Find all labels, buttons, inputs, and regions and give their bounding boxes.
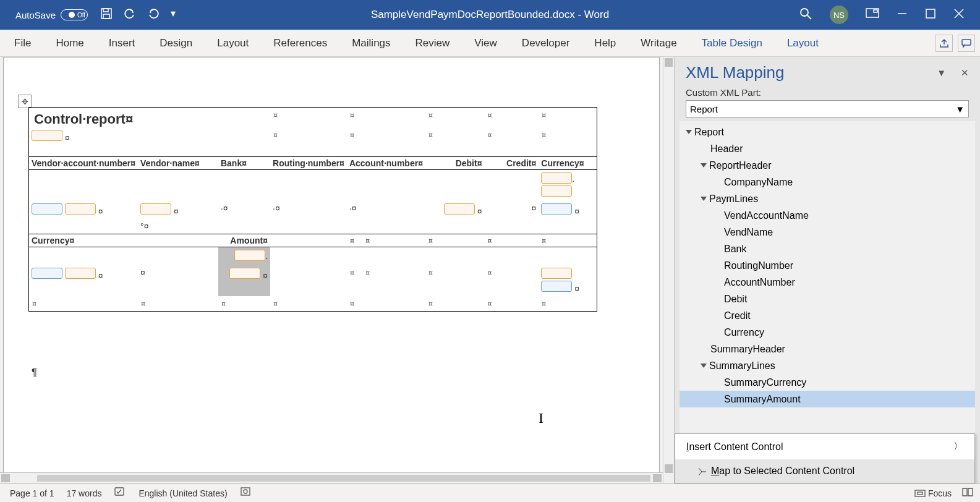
col-debit: Debit¤	[425, 156, 485, 170]
status-page[interactable]: Page 1 of 1	[10, 488, 54, 498]
report-table: Control·report¤ ¤¤¤¤¤ ¤¤¤¤¤¤ Vendor·acco…	[28, 107, 597, 312]
tab-home[interactable]: Home	[53, 31, 87, 56]
col-credit: Credit¤	[484, 156, 539, 170]
submenu-arrow-icon: 〉	[953, 440, 963, 453]
maximize-icon[interactable]	[925, 8, 936, 22]
svg-point-3	[801, 9, 808, 16]
status-language[interactable]: English (United States)	[138, 488, 227, 498]
status-bar: Page 1 of 1 17 words English (United Sta…	[0, 483, 980, 502]
table-move-handle[interactable]: ✥	[18, 95, 32, 108]
tree-reportheader[interactable]: ReportHeader	[709, 160, 772, 171]
tree-companyname[interactable]: CompanyName	[724, 177, 793, 188]
tree-summaryamount[interactable]: SummaryAmount	[724, 394, 801, 405]
autosave-control[interactable]: AutoSave Off	[15, 9, 88, 20]
col-currency-2: Currency¤	[29, 234, 138, 247]
tab-design[interactable]: Design	[156, 31, 195, 56]
tab-developer[interactable]: Developer	[519, 31, 573, 56]
share-icon[interactable]	[935, 35, 953, 52]
document-area[interactable]: ✥ Control·report¤ ¤¤¤¤¤ ¤¤¤¤¤¤ Vendor·ac…	[0, 57, 663, 483]
col-vendor-name: Vendor·name¤	[138, 156, 218, 170]
text-cursor: I	[539, 410, 543, 427]
ribbon: File Home Insert Design Layout Reference…	[0, 30, 980, 57]
dropdown-selected: Report	[690, 104, 718, 114]
report-title: Control·report¤	[29, 108, 218, 127]
col-routing: Routing·number¤	[270, 156, 347, 170]
tab-ctx-layout[interactable]: Layout	[784, 31, 822, 56]
tree-currency[interactable]: Currency	[724, 327, 764, 338]
pane-title: XML Mapping	[686, 63, 784, 82]
read-mode-icon[interactable]	[961, 487, 974, 499]
undo-icon[interactable]	[124, 7, 136, 22]
xml-tree[interactable]: Report Header ReportHeader CompanyName P…	[680, 121, 975, 435]
customize-qat-icon[interactable]: ▾	[171, 7, 176, 22]
svg-rect-1	[103, 9, 108, 12]
col-bank: Bank¤	[218, 156, 270, 170]
tab-layout[interactable]: Layout	[214, 31, 252, 56]
minimize-icon[interactable]	[897, 8, 908, 22]
svg-line-4	[807, 15, 811, 19]
autosave-label: AutoSave	[15, 10, 56, 20]
tab-table-design[interactable]: Table Design	[699, 31, 765, 56]
svg-rect-13	[241, 488, 250, 495]
vertical-scrollbar[interactable]	[663, 57, 674, 483]
horizontal-scrollbar[interactable]	[0, 472, 663, 483]
custom-xml-part-label: Custom XML Part:	[675, 86, 980, 100]
autosave-toggle[interactable]: Off	[61, 9, 88, 20]
tab-writage[interactable]: Writage	[637, 31, 680, 56]
focus-mode-icon[interactable]: Focus	[914, 488, 952, 498]
quick-access-toolbar: ▾	[100, 7, 176, 22]
tree-summaryheader[interactable]: SummaryHeader	[710, 344, 785, 355]
tab-mailings[interactable]: Mailings	[349, 31, 393, 56]
menu-insert-content-control[interactable]: Insert Content Control 〉	[675, 434, 974, 459]
tree-vendaccountname[interactable]: VendAccountName	[724, 210, 809, 221]
tree-summarylines[interactable]: SummaryLines	[709, 360, 775, 372]
tab-insert[interactable]: Insert	[106, 31, 138, 56]
comments-icon[interactable]	[958, 35, 975, 52]
status-words[interactable]: 17 words	[67, 488, 102, 498]
title-bar: AutoSave Off ▾ SampleVendPaymDocReportBo…	[0, 0, 980, 30]
col-amount: Amount¤	[218, 234, 270, 247]
tree-debit[interactable]: Debit	[724, 294, 747, 305]
tab-help[interactable]: Help	[591, 31, 619, 56]
tab-view[interactable]: View	[471, 31, 500, 56]
pane-options-icon[interactable]: ▼	[937, 67, 946, 79]
search-icon[interactable]	[799, 7, 812, 23]
tree-header[interactable]: Header	[710, 143, 743, 155]
svg-rect-6	[874, 10, 877, 12]
custom-xml-part-dropdown[interactable]: Report ▼	[686, 100, 969, 117]
col-currency: Currency¤	[539, 156, 597, 170]
tab-review[interactable]: Review	[412, 31, 453, 56]
tree-credit[interactable]: Credit	[724, 310, 751, 321]
tab-file[interactable]: File	[11, 31, 34, 56]
tree-bank[interactable]: Bank	[724, 244, 746, 255]
xml-mapping-pane: XML Mapping ▼ ✕ Custom XML Part: Report …	[674, 57, 980, 483]
spellcheck-icon[interactable]	[114, 487, 126, 500]
paragraph-mark: ¶	[32, 367, 37, 379]
svg-rect-11	[962, 40, 971, 45]
col-account: Account·number¤	[347, 156, 425, 170]
menu-map-to-selected[interactable]: Map to Selected Content Control	[675, 459, 974, 483]
tree-vendname[interactable]: VendName	[724, 227, 773, 238]
macro-icon[interactable]	[240, 487, 252, 500]
context-menu: Insert Content Control 〉 Map to Selected…	[675, 433, 975, 483]
save-icon[interactable]	[100, 7, 113, 22]
tree-summarycurrency[interactable]: SummaryCurrency	[724, 377, 806, 388]
user-avatar[interactable]: NS	[830, 6, 848, 24]
svg-rect-15	[915, 490, 925, 496]
document-title: SampleVendPaymDocReportBounded.docx - Wo…	[371, 9, 609, 21]
tree-routingnumber[interactable]: RoutingNumber	[724, 260, 793, 271]
close-icon[interactable]	[953, 8, 965, 22]
ribbon-display-icon[interactable]	[866, 8, 879, 22]
chevron-down-icon: ▼	[955, 104, 965, 114]
pane-close-icon[interactable]: ✕	[961, 67, 969, 79]
tree-paymlines[interactable]: PaymLines	[709, 194, 758, 205]
svg-point-14	[244, 490, 247, 493]
tab-references[interactable]: References	[270, 31, 330, 56]
svg-rect-8	[926, 9, 935, 18]
svg-rect-16	[918, 492, 922, 495]
document-page: ✥ Control·report¤ ¤¤¤¤¤ ¤¤¤¤¤¤ Vendor·ac…	[3, 57, 660, 477]
redo-icon[interactable]	[147, 7, 160, 22]
svg-rect-2	[103, 14, 109, 19]
tree-accountnumber[interactable]: AccountNumber	[724, 277, 795, 288]
tree-report[interactable]: Report	[694, 127, 724, 138]
